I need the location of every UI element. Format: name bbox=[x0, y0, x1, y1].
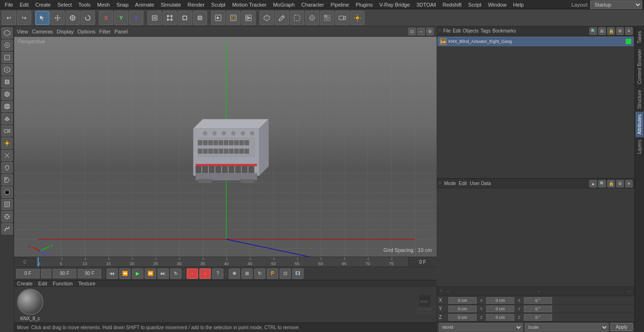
redo-button[interactable]: ↪ bbox=[17, 11, 31, 25]
menu-window[interactable]: Window bbox=[485, 1, 509, 8]
current-frame-display[interactable]: 0 F bbox=[408, 257, 437, 267]
world-dropdown[interactable]: World bbox=[439, 323, 523, 332]
preview-start-field[interactable] bbox=[41, 269, 51, 278]
attr-menu-edit[interactable]: Edit bbox=[459, 181, 467, 186]
attr-arrow-icon[interactable]: ▲ bbox=[589, 180, 597, 187]
cube-btn[interactable] bbox=[260, 11, 274, 25]
left-btn-scene[interactable] bbox=[1, 40, 13, 51]
square-btn[interactable] bbox=[305, 11, 319, 25]
menu-edit[interactable]: Edit bbox=[17, 1, 32, 8]
play-button[interactable]: ▶ bbox=[132, 268, 143, 279]
menu-plugins[interactable]: Plugins bbox=[353, 1, 375, 8]
left-btn-null[interactable] bbox=[1, 150, 13, 161]
motion-film-btn[interactable]: 🎞 bbox=[292, 268, 304, 279]
pen-btn[interactable] bbox=[275, 11, 289, 25]
attr-close-icon[interactable]: ✕ bbox=[625, 180, 633, 187]
goto-first-button[interactable]: ⏮ bbox=[107, 268, 118, 279]
left-btn-light[interactable] bbox=[1, 138, 13, 149]
om-settings-icon[interactable]: ⚙ bbox=[616, 27, 624, 35]
coords-y-rot[interactable] bbox=[486, 306, 514, 312]
menu-create[interactable]: Create bbox=[33, 1, 54, 8]
viewport-menu-filter[interactable]: Filter bbox=[99, 29, 110, 34]
viewport-menu-panel[interactable]: Panel bbox=[115, 29, 128, 34]
left-btn-deformer[interactable] bbox=[1, 162, 13, 173]
prev-frame-button[interactable]: ⏪ bbox=[119, 268, 131, 279]
side-tab-attributes[interactable]: Attributes bbox=[636, 112, 644, 137]
bp-menu-function[interactable]: Function bbox=[53, 281, 73, 286]
om-lock-icon[interactable]: 🔒 bbox=[607, 27, 615, 35]
start-frame-field[interactable] bbox=[16, 269, 40, 278]
rotate-tool-button[interactable] bbox=[81, 11, 95, 25]
coords-x-pos[interactable] bbox=[448, 297, 477, 304]
attr-settings2-icon[interactable]: ⚙ bbox=[616, 180, 624, 187]
left-btn-rivet[interactable] bbox=[1, 64, 13, 75]
timeline[interactable]: 0 0 5 10 15 20 bbox=[14, 257, 437, 267]
preview-end-field[interactable] bbox=[78, 269, 101, 278]
om-menu-tags[interactable]: Tags bbox=[480, 28, 490, 33]
menu-redshift[interactable]: Redshift bbox=[440, 1, 464, 8]
left-btn-model[interactable] bbox=[1, 27, 13, 39]
select-tool-button[interactable] bbox=[35, 11, 50, 25]
timeline-ruler[interactable]: 0 5 10 15 20 25 30 35 bbox=[36, 257, 408, 267]
left-btn-sphere[interactable] bbox=[1, 89, 13, 100]
record-button[interactable]: ● bbox=[187, 268, 198, 279]
om-menu-edit[interactable]: Edit bbox=[453, 28, 461, 33]
attr-menu-userdata[interactable]: User Data bbox=[470, 181, 491, 186]
menu-vray[interactable]: V-Ray Bridge bbox=[377, 1, 413, 8]
scale-dropdown[interactable]: Scale bbox=[525, 323, 609, 332]
side-tab-content-browser[interactable]: Content Browser bbox=[636, 46, 644, 87]
motion-scale-btn[interactable]: ⊞ bbox=[241, 268, 253, 279]
menu-simulate[interactable]: Simulate bbox=[158, 1, 184, 8]
polygons-mode-button[interactable] bbox=[193, 11, 207, 25]
left-btn-camera[interactable] bbox=[1, 125, 13, 137]
left-btn-cylinder[interactable] bbox=[1, 101, 13, 112]
menu-pipeline[interactable]: Pipeline bbox=[328, 1, 352, 8]
menu-mograph[interactable]: MoGraph bbox=[270, 1, 297, 8]
left-btn-texture[interactable] bbox=[1, 199, 13, 210]
edges-mode-button[interactable] bbox=[178, 11, 192, 25]
coords-z-pos[interactable] bbox=[448, 314, 477, 321]
om-grid-icon[interactable]: ⊞ bbox=[598, 27, 606, 35]
left-btn-snap[interactable] bbox=[1, 211, 13, 222]
motion-grid-btn[interactable]: ⊡ bbox=[280, 268, 291, 279]
om-menu-file[interactable]: File bbox=[443, 28, 451, 33]
viewport-sync-icon[interactable]: ↔ bbox=[417, 28, 425, 35]
render-region-button[interactable] bbox=[226, 11, 240, 25]
bp-menu-create[interactable]: Create bbox=[17, 281, 33, 286]
left-btn-material[interactable] bbox=[1, 186, 13, 198]
motion-p-btn[interactable]: P bbox=[267, 268, 278, 279]
coords-x-scale[interactable] bbox=[524, 297, 552, 304]
grid-btn[interactable] bbox=[320, 11, 334, 25]
left-btn-cube[interactable] bbox=[1, 76, 13, 88]
menu-render[interactable]: Render bbox=[185, 1, 207, 8]
move-tool-button[interactable] bbox=[50, 11, 65, 25]
coords-y-pos[interactable] bbox=[448, 306, 477, 312]
end-frame-field[interactable] bbox=[53, 269, 76, 278]
attr-menu-mode[interactable]: Mode bbox=[444, 181, 456, 186]
layout-select[interactable]: Startup bbox=[590, 0, 642, 9]
attr-lock-icon[interactable]: 🔒 bbox=[607, 180, 615, 187]
om-search-icon[interactable]: 🔍 bbox=[589, 27, 597, 35]
goto-last-button[interactable]: ⏭ bbox=[157, 268, 169, 279]
points-mode-button[interactable] bbox=[163, 11, 177, 25]
menu-sculpt[interactable]: Sculpt bbox=[208, 1, 229, 8]
side-tab-structure[interactable]: Structure bbox=[636, 87, 644, 112]
om-menu-objects[interactable]: Objects bbox=[462, 28, 479, 33]
object-item-knx[interactable]: Lo KNX_Blind_Actuator_Eight_Gang bbox=[438, 37, 634, 46]
om-menu-bookmarks[interactable]: Bookmarks bbox=[492, 28, 516, 33]
left-btn-mesh[interactable] bbox=[1, 52, 13, 63]
undo-button[interactable]: ↩ bbox=[2, 11, 16, 25]
viewport-menu-display[interactable]: Display bbox=[57, 29, 74, 34]
menu-snap[interactable]: Snap bbox=[114, 1, 132, 8]
bp-menu-edit[interactable]: Edit bbox=[38, 281, 47, 286]
coords-x-rot[interactable] bbox=[486, 297, 514, 304]
scale-tool-button[interactable] bbox=[66, 11, 80, 25]
y-axis-button[interactable]: Y bbox=[114, 11, 128, 25]
om-close-icon[interactable]: ✕ bbox=[625, 27, 633, 35]
apply-button[interactable]: Apply bbox=[611, 323, 633, 331]
light-btn[interactable] bbox=[350, 11, 364, 25]
coords-y-scale[interactable] bbox=[524, 306, 552, 312]
menu-mesh[interactable]: Mesh bbox=[94, 1, 113, 8]
menu-3dtoall[interactable]: 3DTOAll bbox=[413, 1, 438, 8]
next-frame-button[interactable]: ⏩ bbox=[145, 268, 156, 279]
